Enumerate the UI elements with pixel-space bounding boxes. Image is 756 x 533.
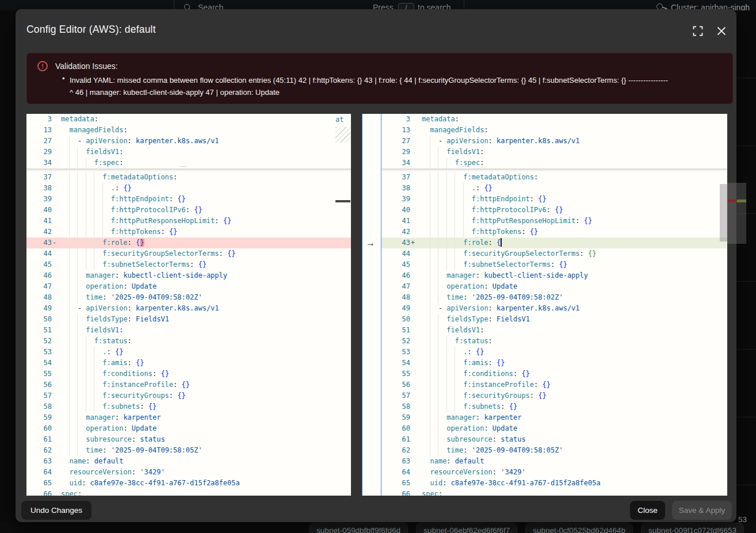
code-line-38[interactable]: 38 .: {} (381, 183, 727, 194)
code-line-27[interactable]: 27 - apiVersion: karpenter.k8s.aws/v1 (26, 136, 351, 147)
diff-sign (410, 205, 419, 216)
line-number: 29 (381, 147, 410, 158)
code-line-64[interactable]: 64 resourceVersion: '3429' (26, 467, 351, 478)
code-line-45[interactable]: 45 f:subnetSelectorTerms: {} (26, 259, 351, 270)
code-line-55[interactable]: 55 f:conditions: {} (26, 369, 351, 379)
code-line-34[interactable]: 34 f:spec: (381, 158, 727, 168)
diff-sign (52, 158, 58, 168)
code-line-57[interactable]: 57 f:securityGroups: {} (381, 390, 727, 401)
original-scrollbar-mark[interactable] (335, 200, 350, 202)
diff-overview-ruler[interactable] (727, 114, 746, 496)
diff-original-pane[interactable]: 37 f:metadataOptions:38 .: {}39 f:httpEn… (26, 114, 351, 496)
code-line-52[interactable]: 52 f:status: (26, 336, 351, 347)
code-line-29[interactable]: 29 fieldsV1: (26, 147, 351, 158)
code-line-37[interactable]: 37 f:metadataOptions: (381, 172, 727, 183)
code-line-13[interactable]: 13 managedFields: (26, 125, 351, 136)
code-line-47[interactable]: 47 operation: Update (381, 281, 727, 292)
code-line-59[interactable]: 59 manager: karpenter (381, 412, 727, 423)
code-line-60[interactable]: 60 operation: Update (381, 423, 727, 434)
line-number: 38 (26, 183, 52, 194)
code-line-54[interactable]: 54 f:amis: {} (26, 358, 351, 369)
code-text: fieldsType: FieldsV1 (61, 314, 169, 325)
code-line-39[interactable]: 39 f:httpEndpoint: {} (26, 194, 351, 205)
save-apply-button[interactable]: Save & Apply (672, 501, 732, 520)
code-line-48[interactable]: 48 time: '2025-09-04T09:58:02Z' (26, 292, 351, 303)
undo-changes-button[interactable]: Undo Changes (21, 501, 91, 520)
code-line-51[interactable]: 51 fieldsV1: (381, 325, 727, 336)
code-line-43[interactable]: 43- f:role: {} (26, 237, 351, 248)
code-line-34[interactable]: 34 f:spec: (26, 158, 351, 168)
folded-lines-indicator[interactable]: ⋯ (180, 163, 187, 170)
code-line-55[interactable]: 55 f:conditions: {} (381, 369, 727, 379)
code-line-44[interactable]: 44 f:securityGroupSelectorTerms: {} (381, 248, 727, 259)
code-line-54[interactable]: 54 f:amis: {} (381, 358, 727, 369)
code-line-38[interactable]: 38 .: {} (26, 183, 351, 194)
code-line-63[interactable]: 63 name: default (26, 456, 351, 467)
code-line-64[interactable]: 64 resourceVersion: '3429' (381, 467, 727, 478)
code-line-44[interactable]: 44 f:securityGroupSelectorTerms: {} (26, 248, 351, 259)
indent-guides (430, 172, 455, 183)
code-line-45[interactable]: 45 f:subnetSelectorTerms: {} (381, 259, 727, 270)
indent-guides (69, 147, 78, 158)
code-line-49[interactable]: 49 - apiVersion: karpenter.k8s.aws/v1 (26, 303, 351, 314)
code-line-43[interactable]: 43+ f:role: { (381, 237, 727, 248)
code-line-49[interactable]: 49 - apiVersion: karpenter.k8s.aws/v1 (381, 303, 727, 314)
code-line-58[interactable]: 58 f:subnets: {} (381, 401, 727, 412)
diff-modified-pane[interactable]: 37 f:metadataOptions:38 .: {}39 f:httpEn… (381, 114, 727, 496)
line-number: 44 (26, 248, 52, 259)
fullscreen-expand-button[interactable] (693, 25, 705, 37)
code-line-51[interactable]: 51 fieldsV1: (26, 325, 351, 336)
code-line-41[interactable]: 41 f:httpPutResponseHopLimit: {} (26, 216, 351, 227)
code-line-27[interactable]: 27 - apiVersion: karpenter.k8s.aws/v1 (381, 136, 727, 147)
code-line-62[interactable]: 62 time: '2025-09-04T09:58:05Z' (26, 445, 351, 456)
code-line-60[interactable]: 60 operation: Update (26, 423, 351, 434)
code-line-41[interactable]: 41 f:httpPutResponseHopLimit: {} (381, 216, 727, 227)
code-line-3[interactable]: 3metadata: (381, 114, 727, 125)
code-line-50[interactable]: 50 fieldsType: FieldsV1 (26, 314, 351, 325)
code-line-50[interactable]: 50 fieldsType: FieldsV1 (381, 314, 727, 325)
code-line-39[interactable]: 39 f:httpEndpoint: {} (381, 194, 727, 205)
code-line-65[interactable]: 65 uid: c8afe97e-38cc-4f91-a767-d15f2a8f… (381, 478, 727, 489)
code-line-58[interactable]: 58 f:subnets: {} (26, 401, 351, 412)
diff-sign (52, 270, 58, 281)
code-line-42[interactable]: 42 f:httpTokens: {} (381, 227, 727, 237)
code-line-48[interactable]: 48 time: '2025-09-04T09:58:02Z' (381, 292, 727, 303)
code-line-61[interactable]: 61 subresource: status (26, 434, 351, 445)
code-text: f:subnetSelectorTerms: {} (61, 259, 207, 270)
indent-guides (430, 136, 430, 147)
code-line-59[interactable]: 59 manager: karpenter (26, 412, 351, 423)
code-line-56[interactable]: 56 f:instanceProfile: {} (26, 379, 351, 390)
diff-sign (52, 314, 58, 325)
line-number: 55 (381, 369, 410, 379)
code-line-63[interactable]: 63 name: default (381, 456, 727, 467)
code-line-53[interactable]: 53 .: {} (26, 347, 351, 358)
code-line-37[interactable]: 37 f:metadataOptions: (26, 172, 351, 183)
code-line-46[interactable]: 46 manager: kubectl-client-side-apply (381, 270, 727, 281)
modal-close-button[interactable] (716, 25, 729, 37)
code-line-46[interactable]: 46 manager: kubectl-client-side-apply (26, 270, 351, 281)
code-line-40[interactable]: 40 f:httpProtocolIPv6: {} (26, 205, 351, 216)
code-line-66[interactable]: 66spec: (26, 489, 351, 496)
code-line-52[interactable]: 52 f:status: (381, 336, 727, 347)
revert-change-arrow-icon[interactable]: → (366, 237, 375, 248)
modified-scrollbar-slider[interactable] (720, 184, 727, 241)
code-text: name: default (61, 456, 123, 467)
folded-lines-indicator[interactable]: ⋯ (463, 163, 469, 170)
code-line-42[interactable]: 42 f:httpTokens: {} (26, 227, 351, 237)
indent-guides (430, 227, 464, 237)
code-line-29[interactable]: 29 fieldsV1: (381, 147, 727, 158)
code-line-40[interactable]: 40 f:httpProtocolIPv6: {} (381, 205, 727, 216)
close-button[interactable]: Close (630, 501, 665, 520)
code-line-53[interactable]: 53 .: {} (381, 347, 727, 358)
code-line-62[interactable]: 62 time: '2025-09-04T09:58:05Z' (381, 445, 727, 456)
line-number: 43 (26, 237, 52, 248)
code-line-57[interactable]: 57 f:securityGroups: {} (26, 390, 351, 401)
code-line-65[interactable]: 65 uid: c8afe97e-38cc-4f91-a767-d15f2a8f… (26, 478, 351, 489)
code-line-3[interactable]: 3metadata: (26, 114, 351, 125)
code-line-61[interactable]: 61 subresource: status (381, 434, 727, 445)
code-line-47[interactable]: 47 operation: Update (26, 281, 351, 292)
subnet-chip: subnet-0cf0525bd62d464b (525, 523, 633, 533)
code-line-13[interactable]: 13 managedFields: (381, 125, 727, 136)
code-line-66[interactable]: 66spec: (381, 489, 727, 496)
code-line-56[interactable]: 56 f:instanceProfile: {} (381, 379, 727, 390)
